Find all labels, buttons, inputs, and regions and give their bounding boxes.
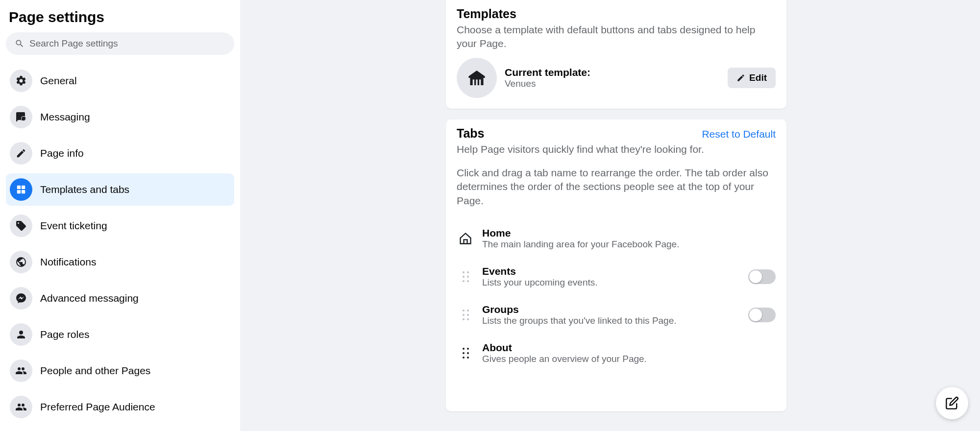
venue-icon [457,58,497,98]
nav-label: Messaging [40,111,90,123]
nav-item-event-ticketing[interactable]: Event ticketing [6,210,234,242]
search-input[interactable] [29,38,225,49]
home-icon [457,232,474,245]
main-content: Templates Choose a template with default… [240,0,980,431]
compose-icon [945,396,959,410]
person-icon [10,323,32,346]
tab-description: Lists the groups that you've linked to t… [482,315,740,326]
edit-template-button[interactable]: Edit [728,68,776,88]
tab-row-home: Home The main landing area for your Face… [457,219,776,258]
messenger-icon [10,287,32,310]
current-template-label: Current template: [505,67,720,78]
toggle-groups[interactable] [748,308,776,322]
gear-icon [10,70,32,92]
nav-item-advanced-messaging[interactable]: Advanced messaging [6,282,234,314]
pencil-icon [736,73,745,82]
compose-fab[interactable] [936,387,968,419]
svg-rect-4 [22,190,25,193]
search-icon [15,39,24,48]
tabs-instructions: Click and drag a tab name to rearrange t… [457,166,776,208]
svg-rect-7 [476,79,477,85]
page-title: Page settings [6,0,234,32]
tabs-card: Tabs Reset to Default Help Page visitors… [446,120,786,411]
drag-handle-icon[interactable] [457,348,474,359]
drag-handle-icon[interactable] [457,310,474,320]
pencil-icon [10,142,32,165]
current-template-row: Current template: Venues Edit [457,58,776,98]
globe-icon [10,251,32,273]
svg-rect-1 [17,186,21,189]
tabs-title: Tabs [457,126,485,141]
svg-rect-3 [17,190,21,193]
nav-item-preferred-audience[interactable]: Preferred Page Audience [6,391,234,423]
tab-description: Lists your upcoming events. [482,277,740,288]
tab-row-about[interactable]: About Gives people an overview of your P… [457,334,776,372]
svg-rect-8 [479,79,481,85]
ticket-icon [10,215,32,237]
nav-item-people-pages[interactable]: People and other Pages [6,355,234,387]
templates-subtitle: Choose a template with default buttons a… [457,23,776,51]
nav-label: Event ticketing [40,220,107,232]
nav-label: Page info [40,147,84,159]
people-icon [10,359,32,382]
tabs-subtitle: Help Page visitors quickly find what the… [457,143,776,156]
svg-rect-6 [473,79,474,85]
nav-item-general[interactable]: General [6,65,234,97]
nav-item-messaging[interactable]: Messaging [6,101,234,133]
tab-description: The main landing area for your Facebook … [482,239,776,250]
people-icon [10,396,32,418]
drag-handle-icon[interactable] [457,271,474,282]
nav-label: People and other Pages [40,365,150,377]
nav-label: Page roles [40,329,89,340]
current-template-value: Venues [505,78,720,89]
search-container[interactable] [6,32,234,55]
tab-row-events[interactable]: Events Lists your upcoming events. [457,258,776,296]
nav-label: Templates and tabs [40,184,129,195]
tab-title: Groups [482,304,740,315]
edit-button-label: Edit [749,72,767,83]
nav-list: General Messaging Page info Templates an… [6,65,234,423]
reset-default-link[interactable]: Reset to Default [702,128,776,140]
svg-rect-2 [22,186,25,189]
templates-card: Templates Choose a template with default… [446,0,786,109]
templates-title: Templates [457,7,776,21]
tab-title: About [482,342,776,354]
tab-title: Home [482,227,776,239]
nav-item-page-info[interactable]: Page info [6,137,234,169]
nav-item-notifications[interactable]: Notifications [6,246,234,278]
nav-label: Preferred Page Audience [40,401,155,413]
nav-item-templates-tabs[interactable]: Templates and tabs [6,173,234,206]
sidebar: Page settings General Messaging Page inf… [0,0,240,431]
tab-title: Events [482,265,740,277]
nav-label: General [40,75,77,87]
grid-icon [10,178,32,201]
tab-description: Gives people an overview of your Page. [482,354,776,364]
tab-row-groups[interactable]: Groups Lists the groups that you've link… [457,296,776,334]
nav-label: Advanced messaging [40,292,139,304]
chat-icon [10,106,32,128]
nav-label: Notifications [40,256,96,268]
toggle-events[interactable] [748,269,776,284]
nav-item-page-roles[interactable]: Page roles [6,318,234,351]
